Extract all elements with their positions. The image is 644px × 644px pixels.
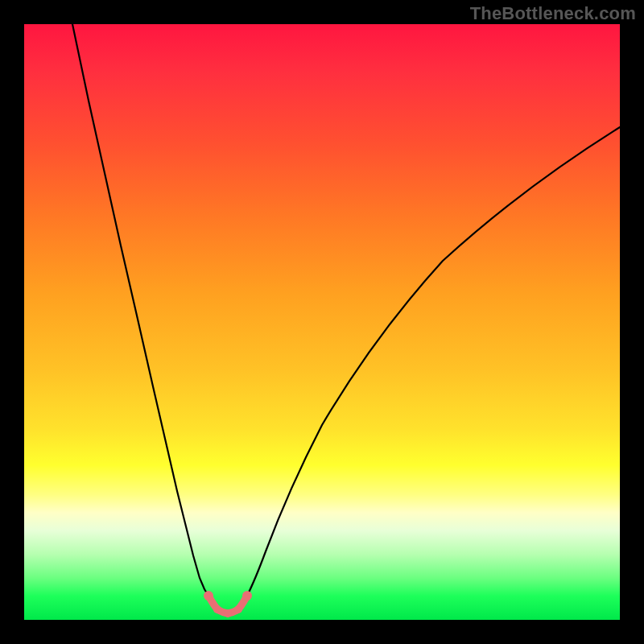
chart-frame: TheBottleneck.com [0, 0, 644, 644]
valley-marker-dot-3 [224, 609, 232, 617]
plot-area [24, 24, 620, 620]
curve-right-branch [247, 127, 620, 596]
valley-marker-dot-2 [213, 605, 221, 613]
curve-left-branch [72, 24, 208, 596]
valley-marker-dot-right [242, 591, 252, 601]
curve-layer [24, 24, 620, 620]
valley-marker-dot-4 [234, 605, 242, 613]
watermark-label: TheBottleneck.com [470, 3, 636, 24]
valley-marker-dot-left [204, 591, 213, 601]
